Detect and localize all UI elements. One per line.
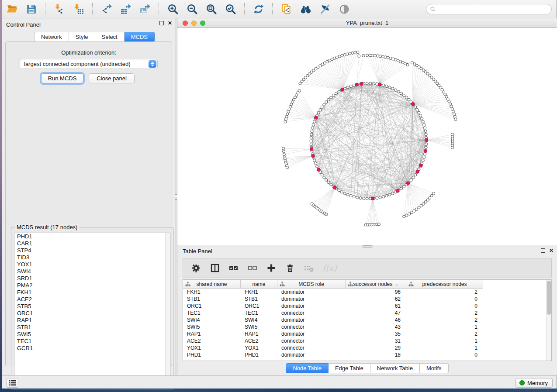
apply-layout-icon[interactable] xyxy=(253,3,264,15)
table-cell: 0 xyxy=(406,303,483,309)
column-header-shared-name[interactable]: shared name xyxy=(183,280,241,289)
table-cell: 1 xyxy=(406,337,483,344)
zoom-out-icon[interactable] xyxy=(186,3,198,15)
show-graphics-details-icon[interactable] xyxy=(338,3,350,15)
table-row[interactable]: SWI4SWI4dominator462 xyxy=(183,316,547,323)
mcds-result-item[interactable]: SRD1 xyxy=(14,275,170,282)
mcds-result-item[interactable]: STB5 xyxy=(14,303,170,310)
mcds-result-item[interactable]: TEC1 xyxy=(14,338,170,345)
mcds-result-item[interactable]: SWI4 xyxy=(14,268,170,275)
open-file-icon[interactable] xyxy=(6,3,18,15)
table-row[interactable]: ORC1ORC1dominator610 xyxy=(183,303,547,309)
table-row[interactable]: PHD1PHD1dominator180 xyxy=(183,351,547,358)
deselect-all-icon[interactable] xyxy=(247,263,258,273)
mcds-result-item[interactable]: ACE2 xyxy=(14,296,170,303)
table-row[interactable]: STB1STB1dominator620 xyxy=(183,296,547,303)
table-cell: connector xyxy=(277,337,346,344)
table-row[interactable]: TEC1TEC1connector472 xyxy=(183,309,547,316)
table-row[interactable]: ACE2ACE2connector311 xyxy=(183,337,547,344)
horizontal-splitter-handle[interactable] xyxy=(362,245,373,248)
hide-selected-icon[interactable] xyxy=(319,3,331,15)
mcds-result-item[interactable]: PHD1 xyxy=(14,233,170,240)
mcds-result-item[interactable]: ORC1 xyxy=(14,310,170,317)
table-panel: Table Panel ✕ f(x) shared namenameMCDS r… xyxy=(177,245,557,375)
tab-motifs[interactable]: Motifs xyxy=(420,363,449,373)
zoom-in-icon[interactable] xyxy=(167,3,179,15)
mcds-result-item[interactable]: RAP1 xyxy=(14,317,170,324)
control-panel-title: Control Panel xyxy=(6,21,41,28)
search-field[interactable] xyxy=(426,4,552,14)
columns-icon[interactable] xyxy=(210,263,220,273)
table-cell: FKH1 xyxy=(241,289,277,296)
new-network-from-selection-icon[interactable] xyxy=(280,3,292,15)
mcds-result-item[interactable]: FKH1 xyxy=(14,289,170,296)
table-cell: 1 xyxy=(406,344,483,351)
table-cell: dominator xyxy=(277,289,346,296)
memory-button[interactable]: Memory xyxy=(515,378,553,388)
table-row[interactable]: YOX1YOX1connector291 xyxy=(183,344,547,351)
table-cell: PHD1 xyxy=(183,351,241,358)
tab-select[interactable]: Select xyxy=(95,32,125,42)
tab-mcds[interactable]: MCDS xyxy=(125,32,155,42)
table-scrollbar[interactable] xyxy=(546,280,551,361)
run-mcds-button[interactable]: Run MCDS xyxy=(41,73,83,83)
sort-descending-icon: ⌄ xyxy=(395,282,398,286)
close-table-panel-icon[interactable]: ✕ xyxy=(549,248,554,253)
table-cell: dominator xyxy=(277,330,346,337)
gear-icon[interactable] xyxy=(191,263,201,273)
mcds-list-scrollbar[interactable] xyxy=(165,233,170,386)
import-table-icon[interactable] xyxy=(73,3,84,15)
close-panel-button[interactable]: Close panel xyxy=(89,73,135,83)
float-panel-icon[interactable] xyxy=(159,21,164,25)
float-table-panel-icon[interactable] xyxy=(541,248,545,253)
zoom-selected-icon[interactable] xyxy=(225,3,236,15)
main-toolbar xyxy=(2,0,557,18)
import-network-icon[interactable] xyxy=(53,3,65,15)
tab-edge-table[interactable]: Edge Table xyxy=(329,363,370,373)
export-image-icon[interactable] xyxy=(139,3,151,15)
column-header-successor-nodes[interactable]: successor nodes⌄ xyxy=(346,280,406,289)
tab-network-table[interactable]: Network Table xyxy=(370,363,420,373)
mcds-result-item[interactable]: YOX1 xyxy=(14,261,170,268)
mcds-result-list[interactable]: PHD1CAR1STP4TID3YOX1SWI4SRD1PMA2FKH1ACE2… xyxy=(14,233,170,386)
mcds-result-item[interactable]: CAR1 xyxy=(14,240,170,247)
table-cell: 2 xyxy=(406,330,483,337)
table-cell: TEC1 xyxy=(241,309,277,316)
column-header-MCDS-role[interactable]: MCDS role xyxy=(277,280,346,289)
tab-network[interactable]: Network xyxy=(34,32,69,42)
mcds-result-item[interactable]: SWI5 xyxy=(14,331,170,338)
export-network-icon[interactable] xyxy=(100,3,112,15)
find-icon[interactable] xyxy=(300,3,311,15)
save-session-icon[interactable] xyxy=(25,3,37,15)
export-table-icon[interactable] xyxy=(120,3,131,15)
optimization-criterion-select[interactable]: largest connected component (undirected) xyxy=(20,59,158,69)
optimization-criterion-value: largest connected component (undirected) xyxy=(24,61,131,67)
table-cell: connector xyxy=(277,323,346,330)
mcds-result-item[interactable]: STP4 xyxy=(14,247,170,254)
table-cell: PHD1 xyxy=(241,351,277,358)
close-panel-icon[interactable]: ✕ xyxy=(168,21,172,25)
memory-status-icon xyxy=(519,380,525,385)
mcds-result-item[interactable]: TID3 xyxy=(14,254,170,261)
mcds-result-item[interactable]: STB1 xyxy=(14,324,170,331)
mcds-result-item[interactable]: PMA2 xyxy=(14,282,170,289)
tab-style[interactable]: Style xyxy=(69,32,95,42)
table-row[interactable]: FKH1FKH1dominator962 xyxy=(183,289,547,296)
table-row[interactable]: SWI5SWI5connector431 xyxy=(183,323,547,330)
table-cell: 2 xyxy=(406,289,483,296)
select-all-icon[interactable] xyxy=(228,263,239,273)
delete-icon[interactable] xyxy=(285,263,295,273)
mcds-result-item[interactable]: GCR1 xyxy=(14,345,170,352)
add-icon[interactable] xyxy=(266,263,277,273)
mcds-tab-content: Optimization criterion: largest connecte… xyxy=(5,41,172,366)
search-input[interactable] xyxy=(436,5,545,14)
table-scrollbar-thumb[interactable] xyxy=(547,281,551,315)
tab-node-table[interactable]: Node Table xyxy=(286,363,329,373)
control-panel-titlebar: Control Panel ✕ xyxy=(2,18,176,30)
column-header-predecessor-nodes[interactable]: predecessor nodes xyxy=(406,280,483,289)
network-canvas[interactable] xyxy=(177,28,557,245)
table-row[interactable]: RAP1RAP1dominator352 xyxy=(183,330,547,337)
show-panels-button[interactable] xyxy=(7,378,18,388)
column-header-name[interactable]: name xyxy=(241,280,277,289)
zoom-fit-icon[interactable] xyxy=(205,3,217,15)
